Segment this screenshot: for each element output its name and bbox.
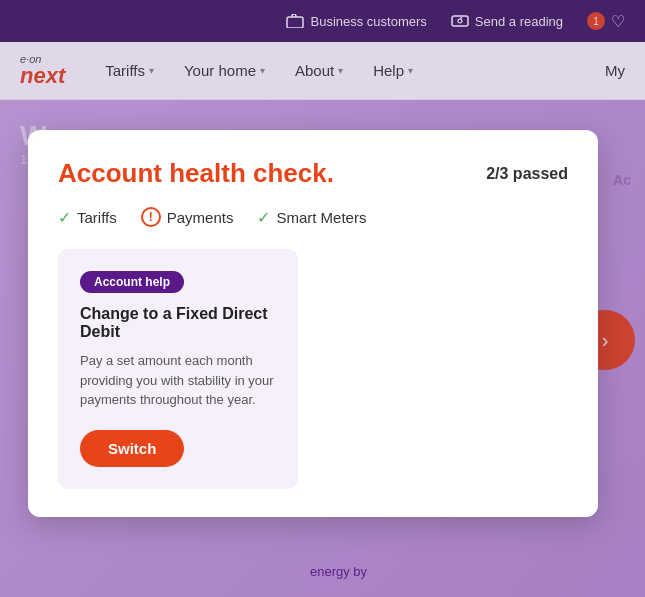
modal-passed: 2/3 passed [486,165,568,183]
check-warn-icon: ! [141,207,161,227]
account-health-modal: Account health check. 2/3 passed ✓ Tarif… [28,130,598,517]
check-smart-meters-label: Smart Meters [276,209,366,226]
check-payments: ! Payments [141,207,234,227]
check-tariffs: ✓ Tariffs [58,208,117,227]
card-tag: Account help [80,271,184,293]
account-help-card: Account help Change to a Fixed Direct De… [58,249,298,489]
card-description: Pay a set amount each month providing yo… [80,351,276,410]
check-payments-label: Payments [167,209,234,226]
check-smart-meters: ✓ Smart Meters [257,208,366,227]
modal-title: Account health check. [58,158,334,189]
switch-button[interactable]: Switch [80,430,184,467]
check-smart-ok-icon: ✓ [257,208,270,227]
checks-row: ✓ Tariffs ! Payments ✓ Smart Meters [58,207,568,227]
check-tariffs-label: Tariffs [77,209,117,226]
modal-header: Account health check. 2/3 passed [58,158,568,189]
card-title: Change to a Fixed Direct Debit [80,305,276,341]
check-ok-icon: ✓ [58,208,71,227]
